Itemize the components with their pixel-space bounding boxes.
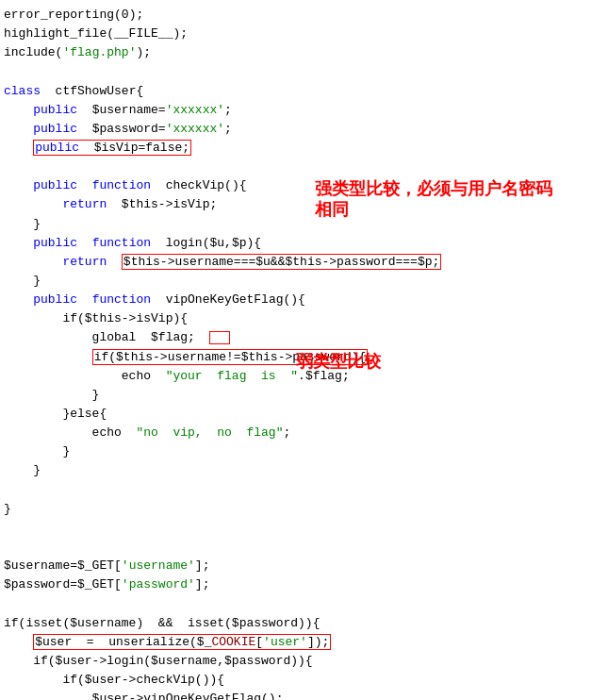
code-line-unserialize: $user = unserialize($_COOKIE['user']); xyxy=(4,633,588,652)
code-line-vip9: } xyxy=(4,442,588,461)
code-line-close-class: } xyxy=(4,500,588,519)
annotation-weak-compare: 弱类型比较 xyxy=(296,349,381,375)
code-line-isset: if(isset($username) && isset($password))… xyxy=(4,614,588,633)
code-line-isvip: public $isVip=false; xyxy=(4,139,588,158)
code-line-vip7: }else{ xyxy=(4,405,588,424)
code-line-password: public $password='xxxxxx'; xyxy=(4,120,588,139)
code-line-blank5 xyxy=(4,538,588,557)
code-line-class: class ctfShowUser{ xyxy=(4,82,588,101)
code-line-2: highlight_file(__FILE__); xyxy=(4,25,588,43)
code-line-get2: $password=$_GET['password']; xyxy=(4,575,588,594)
checkvip-block: public function checkVip(){ return $this… xyxy=(4,176,588,233)
vip-flag-block: public function vipOneKeyGetFlag(){ if($… xyxy=(4,291,588,480)
code-line-username: public $username='xxxxxx'; xyxy=(4,101,588,120)
code-line-vip10: } xyxy=(4,461,588,480)
code-line-3: include('flag.php'); xyxy=(4,43,588,62)
code-line-get1: $username=$_GET['username']; xyxy=(4,557,588,575)
code-block: error_reporting(0); highlight_file(__FIL… xyxy=(0,0,592,700)
code-line-login1: public function login($u,$p){ xyxy=(4,234,588,253)
code-line-1: error_reporting(0); xyxy=(4,6,588,25)
annotation-strong-compare2: 相同 xyxy=(315,197,349,224)
code-line-blank6 xyxy=(4,594,588,613)
code-line-userlogin: if($user->login($username,$password)){ xyxy=(4,652,588,671)
code-line-flagcall: $user->vipOneKeyGetFlag(); xyxy=(4,690,588,700)
code-line-vip2: if($this->isVip){ xyxy=(4,309,588,328)
code-line-blank3 xyxy=(4,481,588,500)
code-line-login3: } xyxy=(4,272,588,291)
code-line-vip3: global $flag; xyxy=(4,328,588,347)
code-line-vip8: echo "no vip, no flag"; xyxy=(4,424,588,442)
code-line-login2: return $this->username===$u&&$this->pass… xyxy=(4,253,588,272)
code-line-blank4 xyxy=(4,519,588,538)
code-line-checkvip3: } xyxy=(4,215,588,234)
code-line-vip6: } xyxy=(4,386,588,405)
code-line-blank2 xyxy=(4,158,588,176)
code-line-vip1: public function vipOneKeyGetFlag(){ xyxy=(4,291,588,309)
code-line-checkvip-call: if($user->checkVip()){ xyxy=(4,671,588,690)
code-line-blank1 xyxy=(4,62,588,81)
annotation-strong-compare: 强类型比较，必须与用户名密码 xyxy=(315,176,552,203)
